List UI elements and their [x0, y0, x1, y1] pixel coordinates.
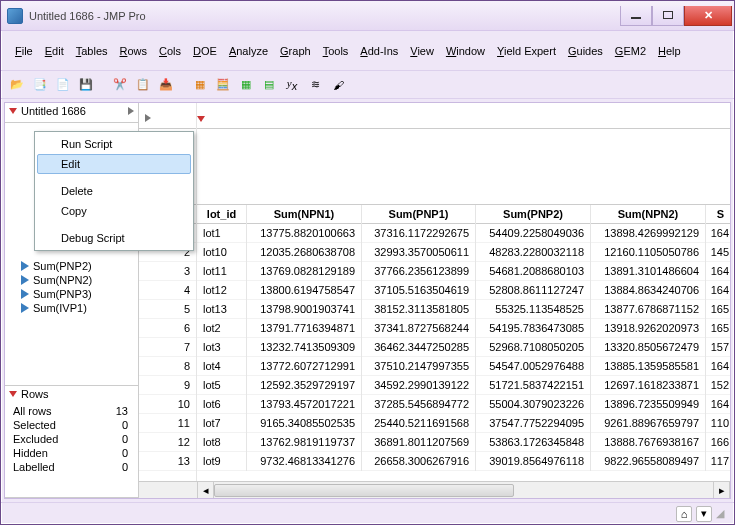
cell[interactable]: 165 — [706, 319, 730, 338]
cell[interactable]: 9165.34085502535 — [247, 414, 361, 433]
cell[interactable]: 51721.5837422151 — [476, 376, 590, 395]
minimize-button[interactable] — [620, 6, 652, 26]
menu-doe[interactable]: DOE — [187, 42, 223, 60]
scroll-left-button[interactable]: ◂ — [197, 482, 214, 499]
cell[interactable]: lot8 — [197, 433, 246, 452]
scroll-thumb[interactable] — [214, 484, 514, 497]
cell[interactable]: 164 — [706, 281, 730, 300]
cell[interactable]: 37510.2147997355 — [362, 357, 475, 376]
cell[interactable]: lot10 — [197, 243, 246, 262]
cell[interactable]: 165 — [706, 300, 730, 319]
row-number[interactable]: 6 — [139, 319, 196, 338]
cell[interactable]: 13232.7413509309 — [247, 338, 361, 357]
menu-add-ins[interactable]: Add-Ins — [354, 42, 404, 60]
cell[interactable]: 152 — [706, 376, 730, 395]
row-number[interactable]: 11 — [139, 414, 196, 433]
cell[interactable]: 37105.5163504619 — [362, 281, 475, 300]
cell[interactable]: 37547.7752294095 — [476, 414, 590, 433]
rows-stat[interactable]: Excluded0 — [9, 432, 134, 446]
cell[interactable]: 145 — [706, 243, 730, 262]
row-number[interactable]: 3 — [139, 262, 196, 281]
cell[interactable]: 13898.4269992129 — [591, 224, 705, 243]
rows-stat[interactable]: Hidden0 — [9, 446, 134, 460]
home-icon[interactable]: ⌂ — [676, 506, 692, 522]
rows-stat[interactable]: All rows13 — [9, 404, 134, 418]
cell[interactable]: 9822.96558089497 — [591, 452, 705, 471]
rows-stat[interactable]: Labelled0 — [9, 460, 134, 474]
recent-icon[interactable]: 📑 — [30, 75, 50, 95]
cell[interactable]: 13891.3101486604 — [591, 262, 705, 281]
cell[interactable]: 13884.8634240706 — [591, 281, 705, 300]
column-header[interactable]: Sum(NPN1) — [247, 205, 361, 224]
cell[interactable]: lot6 — [197, 395, 246, 414]
cell[interactable]: 37285.5456894772 — [362, 395, 475, 414]
cell[interactable]: lot2 — [197, 319, 246, 338]
table-green-icon[interactable]: ▦ — [236, 75, 256, 95]
column-header[interactable]: Sum(PNP2) — [476, 205, 590, 224]
disclosure-icon[interactable] — [197, 116, 205, 122]
cell[interactable]: 9261.88967659797 — [591, 414, 705, 433]
cell[interactable]: lot12 — [197, 281, 246, 300]
calc-icon[interactable]: 🧮 — [213, 75, 233, 95]
script-icon[interactable]: 📄 — [53, 75, 73, 95]
menu-tables[interactable]: Tables — [70, 42, 114, 60]
row-number[interactable]: 9 — [139, 376, 196, 395]
cell[interactable]: lot4 — [197, 357, 246, 376]
grid-corner-arrow-icon[interactable] — [145, 114, 151, 122]
cell[interactable]: 12697.1618233871 — [591, 376, 705, 395]
cell[interactable]: 117 — [706, 452, 730, 471]
cell[interactable]: 34592.2990139122 — [362, 376, 475, 395]
cell[interactable]: 36462.3447250285 — [362, 338, 475, 357]
filter-icon[interactable]: ≋ — [305, 75, 325, 95]
cell[interactable]: 13775.8820100663 — [247, 224, 361, 243]
ctx-debug-script[interactable]: Debug Script — [37, 228, 191, 248]
cell[interactable]: lot1 — [197, 224, 246, 243]
cell[interactable]: lot11 — [197, 262, 246, 281]
cell[interactable]: 37316.1172292675 — [362, 224, 475, 243]
row-number[interactable]: 7 — [139, 338, 196, 357]
menu-guides[interactable]: Guides — [562, 42, 609, 60]
menu-cols[interactable]: Cols — [153, 42, 187, 60]
brush-icon[interactable]: 🖌 — [328, 75, 348, 95]
table-panel-header[interactable]: Untitled 1686 — [5, 103, 138, 119]
cell[interactable]: 13791.7716394871 — [247, 319, 361, 338]
cell[interactable]: lot9 — [197, 452, 246, 471]
menu-tools[interactable]: Tools — [317, 42, 355, 60]
menu-edit[interactable]: Edit — [39, 42, 70, 60]
ctx-run-script[interactable]: Run Script — [37, 134, 191, 154]
cell[interactable]: 13888.7676938167 — [591, 433, 705, 452]
cell[interactable]: lot13 — [197, 300, 246, 319]
cell[interactable]: 37341.8727568244 — [362, 319, 475, 338]
column-item[interactable]: Sum(IVP1) — [21, 301, 134, 315]
cell[interactable]: 54195.7836473085 — [476, 319, 590, 338]
resize-grip-icon[interactable]: ◢ — [716, 507, 724, 520]
cell[interactable]: 9732.46813341276 — [247, 452, 361, 471]
column-header[interactable]: S — [706, 205, 730, 224]
cell[interactable]: 164 — [706, 395, 730, 414]
column-item[interactable]: Sum(PNP2) — [21, 259, 134, 273]
row-number[interactable]: 5 — [139, 300, 196, 319]
cell[interactable]: 54409.2258049036 — [476, 224, 590, 243]
excel-icon[interactable]: ▤ — [259, 75, 279, 95]
copy-icon[interactable]: 📋 — [133, 75, 153, 95]
cell[interactable]: 37766.2356123899 — [362, 262, 475, 281]
cell[interactable]: 13320.8505672479 — [591, 338, 705, 357]
menu-graph[interactable]: Graph — [274, 42, 317, 60]
cell[interactable]: 157 — [706, 338, 730, 357]
row-number[interactable]: 10 — [139, 395, 196, 414]
ctx-edit[interactable]: Edit — [37, 154, 191, 174]
status-dropdown-icon[interactable]: ▾ — [696, 506, 712, 522]
cell[interactable]: 164 — [706, 357, 730, 376]
cell[interactable]: 166 — [706, 433, 730, 452]
cell[interactable]: 52808.8611127247 — [476, 281, 590, 300]
cell[interactable]: 36891.8011207569 — [362, 433, 475, 452]
cell[interactable]: 39019.8564976118 — [476, 452, 590, 471]
cell[interactable]: 13793.4572017221 — [247, 395, 361, 414]
menu-analyze[interactable]: Analyze — [223, 42, 274, 60]
cell[interactable]: lot3 — [197, 338, 246, 357]
close-button[interactable] — [684, 6, 732, 26]
rows-stat[interactable]: Selected0 — [9, 418, 134, 432]
row-number[interactable]: 4 — [139, 281, 196, 300]
column-header[interactable]: lot_id — [197, 205, 246, 224]
menu-gem2[interactable]: GEM2 — [609, 42, 652, 60]
